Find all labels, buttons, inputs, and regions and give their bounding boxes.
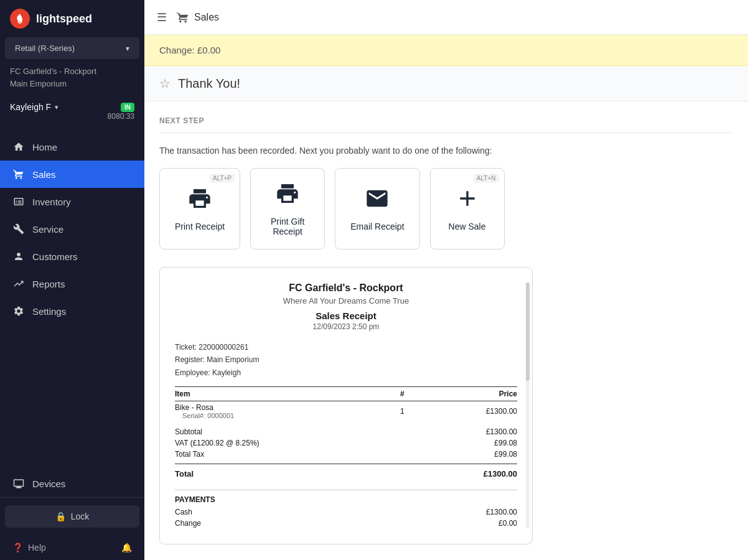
sidebar-item-devices[interactable]: Devices — [0, 470, 144, 497]
logo: lightspeed — [0, 0, 144, 37]
sidebar-item-reports-label: Reports — [32, 279, 65, 289]
sidebar-item-home-label: Home — [32, 142, 57, 152]
scrollbar-track[interactable] — [526, 282, 530, 529]
action-buttons: ALT+P Print Receipt Print GiftReceipt Em… — [159, 168, 733, 250]
thank-you-header: ☆ Thank You! — [144, 66, 748, 101]
receipt-register: Register: Main Emporium — [175, 353, 517, 366]
help-button[interactable]: ❓ Help — [12, 543, 46, 553]
subtotal-row: Subtotal £1300.00 — [175, 426, 517, 437]
item-qty: 1 — [390, 401, 404, 422]
print-receipt-button[interactable]: ALT+P Print Receipt — [159, 168, 240, 250]
user-name: Kayleigh F — [10, 102, 51, 112]
plus-icon — [455, 186, 480, 217]
lock-icon: 🔒 — [55, 511, 66, 521]
receipt-container: FC Garfield's - Rockport Where All Your … — [159, 267, 533, 544]
sidebar-item-inventory[interactable]: Inventory — [0, 188, 144, 215]
sidebar-item-settings[interactable]: Settings — [0, 297, 144, 325]
hamburger-icon[interactable]: ☰ — [157, 11, 167, 24]
total-row: Total £1300.00 — [175, 468, 517, 480]
settings-icon — [12, 305, 25, 317]
reports-icon — [12, 278, 25, 290]
user-section: Kayleigh F ▾ IN 8080:33 — [0, 95, 144, 128]
payments-title: PAYMENTS — [175, 490, 517, 504]
scrollbar-thumb[interactable] — [526, 282, 530, 381]
print-icon — [187, 186, 212, 217]
location-line2: Main Emporium — [10, 78, 134, 90]
new-sale-shortcut: ALT+N — [474, 174, 499, 183]
sales-icon — [12, 168, 25, 180]
receipt-header: FC Garfield's - Rockport Where All Your … — [175, 282, 517, 331]
item-price: £1300.00 — [404, 401, 517, 422]
change-banner: Change: £0.00 — [144, 35, 748, 66]
sidebar-item-service-label: Service — [32, 224, 63, 235]
inventory-icon — [12, 195, 25, 208]
total-tax-value: £99.08 — [494, 450, 517, 459]
sidebar-item-devices-label: Devices — [32, 478, 65, 489]
lock-label: Lock — [71, 511, 90, 521]
star-icon: ☆ — [159, 76, 171, 91]
total-value: £1300.00 — [484, 469, 517, 478]
col-qty: # — [390, 387, 404, 401]
store-arrow: ▾ — [126, 44, 129, 53]
divider — [159, 133, 733, 133]
vat-value: £99.08 — [494, 439, 517, 447]
payment-change-amount: £0.00 — [498, 519, 517, 528]
content-area: NEXT STEP The transaction has been recor… — [144, 101, 748, 560]
col-price: Price — [404, 387, 517, 401]
payment-cash-label: Cash — [175, 508, 192, 516]
receipt-tagline: Where All Your Dreams Come True — [175, 296, 517, 306]
subtotal-label: Subtotal — [175, 427, 202, 436]
payment-cash-row: Cash £1300.00 — [175, 506, 517, 518]
sidebar-item-reports[interactable]: Reports — [0, 270, 144, 297]
receipt-totals: Subtotal £1300.00 VAT (£1200.92 @ 8.25%)… — [175, 426, 517, 480]
user-timer: 8080:33 — [108, 112, 134, 121]
receipt-type: Sales Receipt — [175, 310, 517, 321]
change-text: Change: £0.00 — [159, 45, 220, 55]
totals-divider — [175, 464, 517, 464]
email-receipt-button[interactable]: Email Receipt — [335, 168, 419, 250]
sidebar-item-sales-label: Sales — [32, 169, 56, 180]
payment-cash-amount: £1300.00 — [486, 508, 517, 516]
email-icon — [365, 186, 390, 217]
sidebar-bottom: 🔒 Lock — [0, 497, 144, 535]
print-gift-receipt-button[interactable]: Print GiftReceipt — [250, 168, 325, 250]
new-sale-label: New Sale — [449, 222, 486, 231]
store-selector[interactable]: Retail (R-Series) ▾ — [5, 37, 139, 59]
service-icon — [12, 223, 25, 235]
sidebar-item-service[interactable]: Service — [0, 215, 144, 243]
lock-button[interactable]: 🔒 Lock — [5, 505, 139, 528]
payment-change-label: Change — [175, 519, 201, 528]
print-receipt-shortcut: ALT+P — [210, 174, 235, 183]
receipt-date: 12/09/2023 2:50 pm — [175, 322, 517, 331]
payment-change-row: Change £0.00 — [175, 518, 517, 529]
vat-row: VAT (£1200.92 @ 8.25%) £99.08 — [175, 437, 517, 449]
receipt-items-table: Item # Price Bike - Rosa Serial#: 000000… — [175, 386, 517, 421]
receipt-info: Ticket: 220000000261 Register: Main Empo… — [175, 341, 517, 379]
next-step-label: NEXT STEP — [159, 116, 733, 125]
devices-icon — [12, 477, 25, 490]
location-line1: FC Garfield's - Rockport — [10, 65, 134, 78]
customers-icon — [12, 250, 25, 263]
item-name: Bike - Rosa Serial#: 0000001 — [175, 401, 390, 422]
new-sale-button[interactable]: ALT+N New Sale — [430, 168, 505, 250]
topbar-title: Sales — [177, 11, 219, 24]
sidebar: lightspeed Retail (R-Series) ▾ FC Garfie… — [0, 0, 144, 560]
sidebar-item-home[interactable]: Home — [0, 133, 144, 161]
email-receipt-label: Email Receipt — [350, 222, 404, 231]
total-tax-label: Total Tax — [175, 450, 204, 459]
thank-you-title: Thank You! — [178, 77, 240, 91]
sidebar-item-inventory-label: Inventory — [32, 197, 71, 207]
topbar: ☰ Sales — [144, 0, 748, 35]
table-row: Bike - Rosa Serial#: 0000001 1 £1300.00 — [175, 401, 517, 422]
logo-text: lightspeed — [36, 12, 92, 26]
sidebar-item-sales[interactable]: Sales — [0, 161, 144, 188]
notification-bell-icon[interactable]: 🔔 — [121, 543, 132, 553]
print-gift-icon — [275, 181, 300, 212]
sidebar-footer: ❓ Help 🔔 — [0, 535, 144, 560]
status-badge: IN — [121, 103, 134, 112]
subtotal-value: £1300.00 — [486, 427, 517, 436]
user-arrow: ▾ — [55, 103, 58, 111]
sidebar-item-customers[interactable]: Customers — [0, 243, 144, 270]
main-content: ☰ Sales Change: £0.00 ☆ Thank You! NEXT … — [144, 0, 748, 560]
total-tax-row: Total Tax £99.08 — [175, 449, 517, 460]
